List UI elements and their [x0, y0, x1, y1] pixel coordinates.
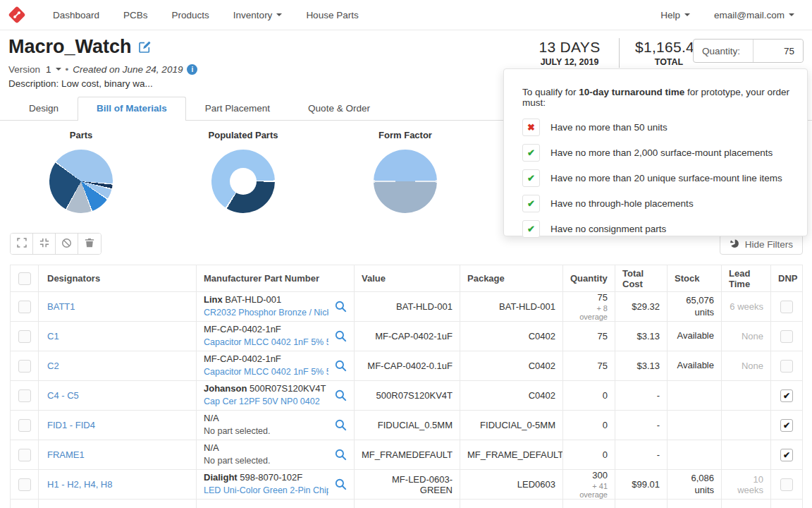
chart-populated-parts: Populated Parts	[162, 130, 324, 213]
row-checkbox[interactable]	[18, 389, 31, 402]
row-checkbox[interactable]	[18, 478, 31, 491]
part-number: Johanson 500R07S120KV4T	[204, 383, 328, 395]
row-checkbox[interactable]	[18, 330, 31, 343]
cost-cell: $3.13	[615, 351, 668, 381]
ship-date: JULY 12, 2019	[530, 57, 609, 67]
version-dropdown[interactable]: 1	[46, 64, 61, 75]
designator-link[interactable]: H1 - H2, H4, H8	[47, 479, 112, 490]
dnp-checkbox-checked[interactable]	[780, 449, 793, 461]
part-description-link[interactable]: Capacitor MLCC 0402 1nF 5% 50V	[204, 337, 328, 348]
expand-icon	[17, 238, 27, 250]
row-checkbox[interactable]	[18, 449, 31, 461]
trash-icon	[85, 238, 94, 250]
tab-quote-order[interactable]: Quote & Order	[289, 97, 389, 120]
table-row: C1MF-CAP-0402-1nFCapacitor MLCC 0402 1nF…	[11, 322, 803, 351]
dnp-checkbox-checked[interactable]	[780, 419, 793, 432]
nav-item-house-parts[interactable]: House Parts	[294, 10, 370, 20]
dnp-checkbox-checked[interactable]	[780, 389, 793, 402]
part-number: N/A	[204, 413, 328, 425]
quantity-input[interactable]	[753, 40, 803, 62]
part-description-link[interactable]: LED Uni-Color Green 2-Pin Chip 0603	[204, 485, 328, 496]
dnp-ban-button[interactable]	[56, 234, 78, 254]
search-icon[interactable]	[335, 389, 347, 404]
select-all-checkbox[interactable]	[18, 272, 31, 285]
pie-chart	[211, 150, 275, 213]
col-quantity: Quantity	[563, 265, 615, 292]
nav-right: Help email@mail.com	[648, 10, 812, 20]
quantity-value: 0	[570, 390, 608, 401]
search-icon[interactable]	[335, 478, 347, 492]
stock-cell: 65,076 units	[668, 292, 722, 322]
expand-button[interactable]	[11, 234, 33, 254]
table-row: C2MF-CAP-0402-1nFCapacitor MLCC 0402 1nF…	[11, 351, 803, 381]
edit-icon[interactable]	[138, 41, 151, 54]
project-header: Macro_Watch Version 1 • Created on June …	[8, 37, 197, 89]
cost-cell: -	[615, 381, 668, 411]
tab-part-placement[interactable]: Part Placement	[186, 97, 289, 120]
checklist-label: Have no more than 20 unique surface-moun…	[550, 173, 782, 183]
dnp-checkbox[interactable]	[780, 478, 793, 491]
part-description: No part selected.	[204, 425, 328, 437]
version-label: Version	[8, 64, 40, 75]
lead-time-cell: 6 weeks	[722, 292, 771, 322]
tab-design[interactable]: Design	[10, 97, 78, 120]
designator-link[interactable]: BATT1	[47, 301, 75, 312]
account-label: email@mail.com	[714, 10, 785, 20]
chart-title: Parts	[0, 130, 162, 140]
bom-rows: BATT1Linx BAT-HLD-001CR2032 Phosphor Bro…	[11, 292, 803, 508]
quantity-cell: 75	[563, 351, 615, 381]
bom-charts: PartsPopulated PartsForm Factor	[0, 130, 486, 213]
search-icon[interactable]	[335, 330, 347, 344]
part-number: Dialight 598-8070-102F	[204, 472, 328, 484]
designator-link[interactable]: FRAME1	[47, 449, 85, 460]
row-checkbox[interactable]	[18, 419, 31, 432]
mpn-cell: Johanson 500R07S120KV4TCap Cer 12PF 50V …	[197, 381, 355, 411]
search-icon[interactable]	[335, 360, 347, 374]
designator-link[interactable]: C1	[47, 331, 59, 341]
designator-link[interactable]: FID1 - FID4	[47, 420, 95, 430]
stock-cell	[668, 411, 722, 440]
nav-item-inventory[interactable]: Inventory	[221, 10, 295, 20]
part-description-link[interactable]: Cap Cer 12PF 50V NP0 0402	[204, 396, 328, 407]
dnp-checkbox[interactable]	[780, 301, 793, 313]
collapse-button[interactable]	[33, 234, 56, 254]
search-icon[interactable]	[335, 419, 347, 433]
nav-item-pcbs[interactable]: PCBs	[111, 10, 160, 20]
quantity-value: 0	[570, 420, 608, 430]
row-checkbox[interactable]	[18, 360, 31, 373]
info-icon[interactable]: i	[187, 64, 197, 75]
stock-cell	[668, 440, 722, 470]
macrofab-logo[interactable]	[7, 5, 27, 25]
donut-hole	[230, 168, 257, 195]
row-checkbox[interactable]	[18, 301, 31, 313]
account-menu[interactable]: email@mail.com	[702, 10, 806, 20]
quantity-cell: 0	[563, 411, 615, 440]
package-cell: FIDUCIAL_0-5MM	[460, 411, 563, 440]
vertical-divider	[619, 38, 620, 68]
tab-bill-of-materials[interactable]: Bill of Materials	[78, 97, 186, 121]
part-number: MF-CAP-0402-1nF	[204, 324, 328, 336]
package-cell: C0402	[460, 381, 563, 411]
overage-note: + 41 overage	[570, 482, 608, 499]
part-description-link[interactable]: CR2032 Phosphor Bronze / Nickel Plat	[204, 307, 328, 318]
help-menu[interactable]: Help	[648, 10, 702, 20]
search-icon[interactable]	[335, 301, 347, 315]
overage-note: + 8 overage	[570, 304, 608, 321]
dnp-checkbox[interactable]	[780, 360, 793, 373]
nav-item-products[interactable]: Products	[160, 10, 221, 20]
quantity-value: 75	[570, 292, 608, 303]
nav-item-dashboard[interactable]: Dashboard	[41, 10, 111, 20]
lead-time-cell: None	[722, 351, 771, 381]
delete-button[interactable]	[78, 234, 101, 254]
search-icon[interactable]	[335, 449, 347, 463]
value-cell: MF-LED-0603-GREEN	[355, 470, 460, 500]
part-number: Linx BAT-HLD-001	[204, 294, 328, 306]
cost-cell: -	[615, 411, 668, 440]
stock-cell	[668, 381, 722, 411]
designator-link[interactable]: C2	[47, 361, 59, 371]
part-description-link[interactable]: Capacitor MLCC 0402 1nF 5% 50V	[204, 366, 328, 377]
designator-link[interactable]: C4 - C5	[47, 390, 79, 401]
lead-time-cell: 10 weeks	[722, 470, 771, 500]
dnp-checkbox[interactable]	[780, 330, 793, 343]
created-date: Created on June 24, 2019	[73, 64, 183, 75]
